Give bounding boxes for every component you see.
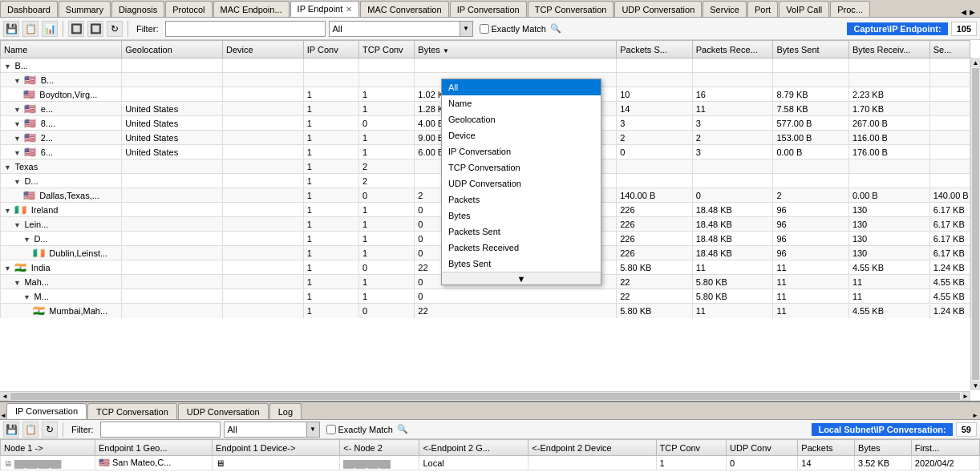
exactly-match-checkbox[interactable]	[480, 24, 489, 34]
dropdown-item-ip-conv[interactable]: IP Conversation	[442, 143, 601, 159]
table-row[interactable]: 🇮🇳 Mumbai,Mah...10225.80 KB11114.55 KB1.…	[1, 304, 970, 318]
dropdown-item-packets[interactable]: Packets	[442, 192, 601, 208]
nav-left-icon[interactable]: ◄	[959, 7, 968, 17]
bottom-col-first[interactable]: First...	[911, 440, 979, 456]
dropdown-item-geolocation[interactable]: Geolocation	[442, 111, 601, 127]
expand-icon[interactable]: ▼	[4, 264, 13, 272]
col-bytes-recv[interactable]: Bytes Receiv...	[848, 41, 929, 58]
bottom-filter-dropdown[interactable]: All ▼	[224, 422, 320, 438]
expand-icon[interactable]: ▼	[23, 293, 32, 301]
dropdown-item-bytes[interactable]: Bytes	[442, 208, 601, 224]
bottom-tab-ip-conversation[interactable]: IP Conversation	[6, 403, 87, 419]
expand-icon[interactable]: ▼	[4, 207, 13, 215]
tab-voip-call[interactable]: VoIP Call	[779, 1, 829, 17]
tab-summary[interactable]: Summary	[59, 1, 111, 17]
bottom-col-node2[interactable]: <- Node 2	[340, 440, 419, 456]
close-icon[interactable]: ✕	[346, 5, 352, 14]
col-pkt-sent[interactable]: Packets S...	[617, 41, 692, 58]
toolbar-icon-1[interactable]: 💾	[3, 21, 19, 37]
scroll-thumb[interactable]	[972, 68, 979, 380]
tab-dashboard[interactable]: Dashboard	[0, 1, 58, 17]
col-ipconv[interactable]: IP Conv	[303, 41, 358, 58]
bottom-col-bytes[interactable]: Bytes	[855, 440, 912, 456]
bottom-col-dev2[interactable]: <-Endpoint 2 Device	[528, 440, 656, 456]
dropdown-item-tcp-conv[interactable]: TCP Conversation	[442, 159, 601, 175]
bottom-toolbar-icon-2[interactable]: 📋	[22, 422, 38, 438]
toolbar-icon-2[interactable]: 📋	[22, 21, 38, 37]
bottom-table-row[interactable]: 🖥 ██ ██ ██ ██🇺🇸 San Mateo,C...🖥 ██ ██ ██…	[1, 456, 980, 470]
col-se[interactable]: Se...	[929, 41, 970, 58]
expand-icon[interactable]: ▼	[14, 221, 22, 229]
tab-tcp-conversation[interactable]: TCP Conversation	[528, 1, 614, 17]
tab-protocol[interactable]: Protocol	[165, 1, 212, 17]
bottom-col-dev1[interactable]: Endpoint 1 Device->	[213, 440, 340, 456]
table-row[interactable]: ▼ M...110225.80 KB11114.55 KB	[1, 289, 970, 304]
h-scroll-thumb[interactable]	[10, 393, 960, 400]
bottom-col-geo1[interactable]: Endpoint 1 Geo...	[95, 440, 212, 456]
filter-dropdown-btn[interactable]: ▼	[460, 22, 472, 36]
col-name[interactable]: Name	[1, 41, 122, 58]
expand-icon[interactable]: ▼	[4, 163, 13, 171]
bottom-exactly-match-checkbox[interactable]	[326, 425, 336, 434]
expand-icon[interactable]: ▼	[14, 77, 22, 85]
filter-input[interactable]	[165, 21, 326, 37]
expand-icon[interactable]: ▼	[14, 120, 22, 128]
dropdown-item-packets-sent[interactable]: Packets Sent	[442, 224, 601, 240]
scroll-up-arrow[interactable]: ▲	[971, 58, 980, 67]
bottom-search-icon[interactable]: 🔍	[397, 424, 408, 434]
expand-icon[interactable]: ▼	[23, 236, 32, 244]
tab-port[interactable]: Port	[747, 1, 778, 17]
col-geolocation[interactable]: Geolocation	[122, 41, 223, 58]
tab-service[interactable]: Service	[703, 1, 747, 17]
toolbar-icon-3[interactable]: 📊	[42, 21, 58, 37]
toolbar-icon-5[interactable]: 🔲	[87, 21, 103, 37]
expand-icon[interactable]: ▼	[14, 106, 22, 114]
bottom-col-node1[interactable]: Node 1 ->	[1, 440, 95, 456]
dropdown-item-all[interactable]: All	[442, 79, 601, 95]
scroll-left-arrow[interactable]: ◄	[0, 392, 10, 401]
expand-icon[interactable]: ▼	[4, 63, 13, 71]
bottom-filter-input[interactable]	[100, 422, 221, 438]
dropdown-scroll-down[interactable]: ▼	[442, 272, 601, 284]
bottom-tab-tcp-conversation[interactable]: TCP Conversation	[87, 403, 177, 419]
tab-ip-endpoint[interactable]: IP Endpoint ✕	[290, 1, 360, 17]
tab-udp-conversation[interactable]: UDP Conversation	[614, 1, 702, 17]
col-tcpconv[interactable]: TCP Conv	[359, 41, 415, 58]
dropdown-item-device[interactable]: Device	[442, 127, 601, 143]
horizontal-scrollbar[interactable]: ◄ ►	[0, 391, 970, 401]
expand-icon[interactable]: ▼	[14, 149, 22, 157]
bottom-toolbar-icon-1[interactable]: 💾	[3, 422, 19, 438]
bottom-dropdown-btn[interactable]: ▼	[306, 422, 319, 437]
col-bytes[interactable]: Bytes ▼	[415, 41, 617, 58]
tab-mac-endpoint[interactable]: MAC Endpoin...	[213, 1, 290, 17]
dropdown-item-bytes-sent[interactable]: Bytes Sent	[442, 256, 601, 272]
scroll-down-arrow[interactable]: ▼	[971, 381, 980, 390]
bottom-nav-right[interactable]: ►	[970, 412, 980, 419]
nav-right-icon[interactable]: ►	[968, 7, 977, 17]
scroll-right-arrow[interactable]: ►	[961, 392, 970, 401]
tab-proc[interactable]: Proc...	[830, 1, 870, 17]
bottom-tab-log[interactable]: Log	[269, 403, 302, 419]
expand-icon[interactable]: ▼	[14, 178, 22, 186]
bottom-tab-udp-conversation[interactable]: UDP Conversation	[178, 403, 269, 419]
bottom-toolbar-icon-3[interactable]: ↻	[42, 422, 58, 438]
bottom-col-udp-conv[interactable]: UDP Conv	[727, 440, 798, 456]
expand-icon[interactable]: ▼	[14, 279, 22, 287]
col-bytes-sent[interactable]: Bytes Sent	[773, 41, 848, 58]
toolbar-icon-6[interactable]: ↻	[107, 21, 123, 37]
tab-ip-conversation[interactable]: IP Conversation	[450, 1, 527, 17]
expand-icon[interactable]: ▼	[14, 135, 22, 143]
bottom-col-tcp-conv[interactable]: TCP Conv	[656, 440, 726, 456]
bottom-col-geo2[interactable]: <-Endpoint 2 G...	[419, 440, 528, 456]
col-device[interactable]: Device	[223, 41, 304, 58]
bottom-nav-left[interactable]: ◄	[0, 412, 6, 419]
dropdown-item-udp-conv[interactable]: UDP Conversation	[442, 175, 601, 192]
tab-mac-conversation[interactable]: MAC Conversation	[360, 1, 448, 17]
tab-diagnosis[interactable]: Diagnosis	[111, 1, 164, 17]
col-pkt-recv[interactable]: Packets Rece...	[692, 41, 773, 58]
bottom-col-packets[interactable]: Packets	[798, 440, 855, 456]
filter-dropdown[interactable]: All ▼	[329, 21, 473, 37]
dropdown-item-name[interactable]: Name	[442, 95, 601, 111]
vertical-scrollbar[interactable]: ▲ ▼	[970, 58, 980, 390]
toolbar-icon-4[interactable]: 🔲	[68, 21, 84, 37]
